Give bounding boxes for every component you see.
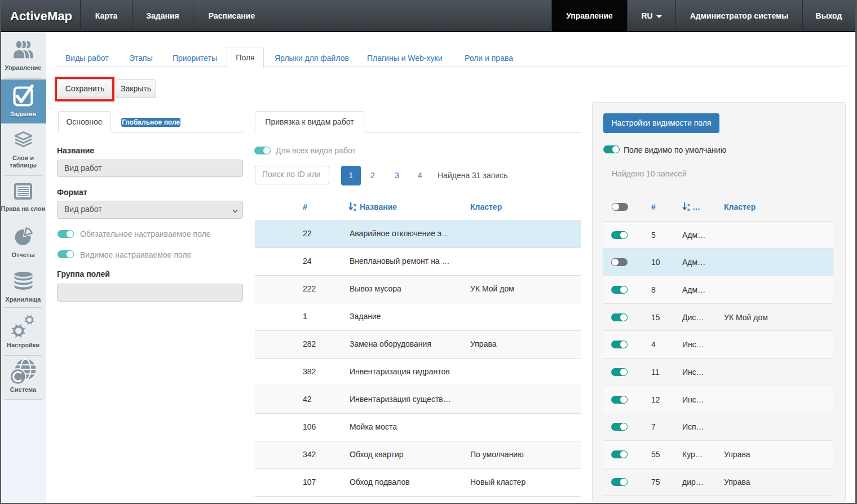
svg-text:а: а — [687, 207, 690, 211]
svg-text:а: а — [354, 207, 356, 211]
